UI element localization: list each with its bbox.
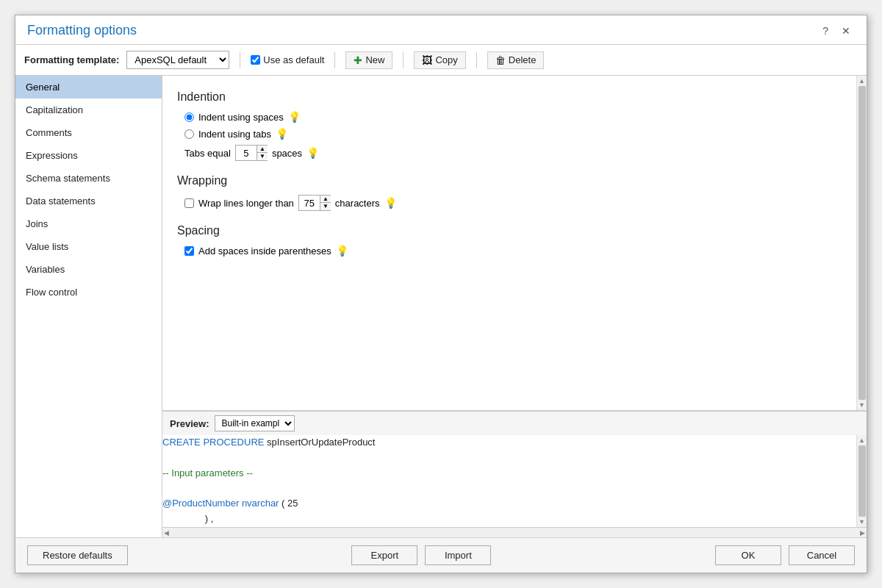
sidebar-item-capitalization[interactable]: Capitalization bbox=[15, 98, 162, 121]
sidebar-item-comments[interactable]: Comments bbox=[15, 121, 162, 144]
tabs-equal-hint-icon[interactable]: 💡 bbox=[306, 147, 319, 159]
indentation-content: Indent using spaces 💡 Indent using tabs … bbox=[184, 111, 846, 161]
options-scroll-down-icon[interactable]: ▼ bbox=[858, 401, 865, 409]
wrap-value-input[interactable] bbox=[299, 196, 320, 210]
indent-spaces-hint-icon[interactable]: 💡 bbox=[288, 111, 301, 123]
footer: Restore defaults Export Import OK Cancel bbox=[15, 537, 867, 573]
preview-vscrollbar[interactable]: ▲ ▼ bbox=[856, 435, 867, 527]
code-line-comment: -- Input parameters -- bbox=[162, 466, 856, 481]
preview-scroll-down-icon[interactable]: ▼ bbox=[858, 518, 865, 526]
sidebar-item-joins[interactable]: Joins bbox=[15, 212, 162, 235]
footer-right: OK Cancel bbox=[715, 545, 855, 565]
code-line-blank-1 bbox=[162, 451, 856, 466]
options-area: Indention Indent using spaces 💡 bbox=[162, 76, 856, 410]
preview-hscroll-track bbox=[169, 530, 860, 536]
toolbar-separator-3 bbox=[403, 52, 404, 68]
delete-icon: 🗑 bbox=[495, 54, 506, 66]
indent-spaces-row: Indent using spaces 💡 bbox=[184, 111, 846, 123]
cancel-button[interactable]: Cancel bbox=[789, 545, 855, 565]
sidebar-item-expressions[interactable]: Expressions bbox=[15, 144, 162, 167]
import-button[interactable]: Import bbox=[425, 545, 491, 565]
indentation-title: Indention bbox=[177, 90, 846, 104]
spacing-hint-icon[interactable]: 💡 bbox=[336, 245, 348, 257]
indent-tabs-label[interactable]: Indent using tabs bbox=[184, 129, 271, 140]
formatting-options-dialog: Formatting options ? ✕ Formatting templa… bbox=[15, 15, 867, 573]
code-line-param: @ProductNumber nvarchar ( 25 bbox=[162, 496, 856, 512]
ok-button[interactable]: OK bbox=[715, 545, 781, 565]
sidebar-item-flow-control[interactable]: Flow control bbox=[15, 281, 162, 304]
add-spaces-label[interactable]: Add spaces inside parentheses bbox=[184, 245, 331, 257]
indent-tabs-row: Indent using tabs 💡 bbox=[184, 128, 846, 140]
preview-scroll-up-icon[interactable]: ▲ bbox=[858, 437, 865, 444]
close-button[interactable]: ✕ bbox=[837, 24, 855, 38]
toolbar: Formatting template: ApexSQL default Use… bbox=[15, 45, 867, 76]
copy-button[interactable]: 🖼 Copy bbox=[414, 51, 465, 69]
footer-center: Export Import bbox=[351, 545, 491, 565]
title-bar-left: Formatting options bbox=[27, 23, 137, 38]
wrap-lines-row: Wrap lines longer than ▲ ▼ characters 💡 bbox=[184, 195, 846, 211]
wrap-value-spinner[interactable]: ▲ ▼ bbox=[298, 195, 331, 211]
use-as-default-checkbox[interactable] bbox=[251, 55, 260, 65]
wrapping-content: Wrap lines longer than ▲ ▼ characters 💡 bbox=[184, 195, 846, 211]
code-line-blank-2 bbox=[162, 481, 856, 497]
toolbar-separator-1 bbox=[240, 52, 240, 68]
code-line-paren: ) , bbox=[162, 512, 856, 527]
template-select[interactable]: ApexSQL default bbox=[126, 51, 229, 69]
sidebar-item-schema-statements[interactable]: Schema statements bbox=[15, 167, 162, 190]
preview-label: Preview: bbox=[170, 418, 209, 429]
toolbar-separator-4 bbox=[476, 52, 477, 68]
options-scroll-thumb[interactable] bbox=[858, 86, 866, 400]
options-scroll-up-icon[interactable]: ▲ bbox=[858, 77, 865, 85]
preview-hscrollbar[interactable]: ◀ ▶ bbox=[162, 527, 867, 537]
title-bar: Formatting options ? ✕ bbox=[15, 15, 867, 45]
indent-spaces-label[interactable]: Indent using spaces bbox=[184, 112, 284, 123]
main-panel: Indention Indent using spaces 💡 bbox=[162, 76, 867, 537]
help-button[interactable]: ? bbox=[818, 24, 833, 38]
wrap-value-down[interactable]: ▼ bbox=[320, 203, 331, 210]
options-vscrollbar[interactable]: ▲ ▼ bbox=[856, 76, 867, 410]
preview-wrapper: Preview: Built-in exampl CREATE PROCEDUR… bbox=[162, 410, 867, 537]
sidebar: General Capitalization Comments Expressi… bbox=[15, 76, 162, 537]
preview-scroll-thumb[interactable] bbox=[858, 445, 866, 517]
tabs-equal-spinner[interactable]: ▲ ▼ bbox=[235, 145, 268, 161]
wrapping-title: Wrapping bbox=[177, 174, 846, 187]
preview-bar: Preview: Built-in exampl bbox=[162, 411, 867, 435]
indent-tabs-radio[interactable] bbox=[184, 129, 194, 139]
template-label: Formatting template: bbox=[24, 54, 119, 65]
sidebar-item-general[interactable]: General bbox=[15, 76, 162, 98]
wrap-lines-label[interactable]: Wrap lines longer than bbox=[184, 198, 294, 209]
sidebar-item-value-lists[interactable]: Value lists bbox=[15, 235, 162, 258]
title-bar-controls: ? ✕ bbox=[818, 24, 855, 38]
wrap-hint-icon[interactable]: 💡 bbox=[384, 197, 397, 209]
copy-icon: 🖼 bbox=[422, 54, 432, 66]
wrap-value-arrows: ▲ ▼ bbox=[320, 196, 331, 210]
dialog-title: Formatting options bbox=[27, 23, 137, 38]
add-spaces-checkbox[interactable] bbox=[184, 246, 194, 256]
sidebar-item-variables[interactable]: Variables bbox=[15, 258, 162, 281]
wrap-value-up[interactable]: ▲ bbox=[320, 196, 331, 203]
tabs-equal-row: Tabs equal ▲ ▼ spaces 💡 bbox=[184, 145, 846, 161]
delete-button[interactable]: 🗑 Delete bbox=[487, 51, 545, 69]
new-button[interactable]: ✚ New bbox=[345, 51, 392, 69]
preview-scroll-left-icon[interactable]: ◀ bbox=[164, 529, 169, 537]
use-as-default-label[interactable]: Use as default bbox=[251, 54, 324, 65]
tabs-equal-up[interactable]: ▲ bbox=[257, 146, 268, 153]
indent-spaces-radio[interactable] bbox=[184, 112, 194, 122]
content-area: General Capitalization Comments Expressi… bbox=[15, 76, 867, 537]
restore-defaults-button[interactable]: Restore defaults bbox=[27, 545, 128, 565]
wrap-lines-checkbox[interactable] bbox=[184, 198, 194, 208]
code-line-1: CREATE PROCEDURE spInsertOrUpdateProduct bbox=[162, 435, 856, 451]
indent-tabs-hint-icon[interactable]: 💡 bbox=[276, 128, 288, 140]
tabs-equal-down[interactable]: ▼ bbox=[257, 153, 268, 160]
sidebar-item-data-statements[interactable]: Data statements bbox=[15, 190, 162, 212]
add-spaces-row: Add spaces inside parentheses 💡 bbox=[184, 245, 846, 257]
preview-scroll-area: CREATE PROCEDURE spInsertOrUpdateProduct… bbox=[162, 435, 867, 527]
preview-example-select[interactable]: Built-in exampl bbox=[215, 415, 295, 431]
export-button[interactable]: Export bbox=[351, 545, 417, 565]
preview-scroll-right-icon[interactable]: ▶ bbox=[860, 529, 865, 537]
toolbar-separator-2 bbox=[334, 52, 335, 68]
tabs-equal-arrows: ▲ ▼ bbox=[257, 146, 268, 160]
spacing-content: Add spaces inside parentheses 💡 bbox=[184, 245, 846, 257]
spacing-title: Spacing bbox=[177, 224, 846, 237]
tabs-equal-input[interactable] bbox=[236, 146, 257, 160]
